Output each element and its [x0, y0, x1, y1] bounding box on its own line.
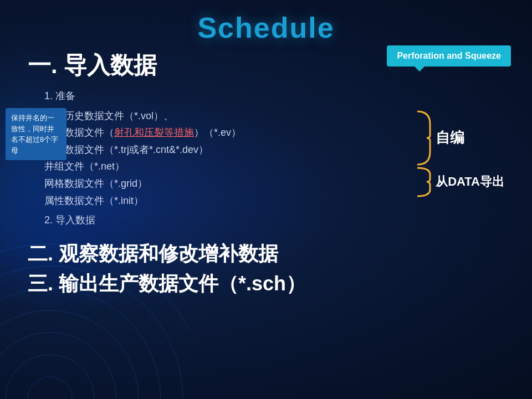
list-item: 措施数据文件（射孔和压裂等措施）（*.ev） — [44, 124, 409, 141]
brace-top-svg — [415, 110, 431, 166]
svg-point-3 — [0, 310, 139, 399]
section-bottom: 二. 观察数据和修改增补数据 三. 输出生产数据文件（*.sch） — [28, 239, 504, 299]
section-2-heading: 二. 观察数据和修改增补数据 — [28, 239, 504, 269]
svg-point-6 — [28, 377, 72, 399]
side-note-box: 保持井名的一致性，同时井名不超过8个字母 — [6, 108, 66, 160]
brace-group-top: 自编 — [415, 110, 464, 166]
brace-top-label: 自编 — [436, 128, 464, 147]
item-text: 井组文件（*.net） — [44, 161, 125, 172]
right-braces: 自编 从DATA导出 — [415, 108, 504, 197]
section-3-heading: 三. 输出生产数据文件（*.sch） — [28, 269, 504, 299]
items-list: 生产历史数据文件（*.vol）、 措施数据文件（射孔和压裂等措施）（*.ev） … — [28, 108, 409, 209]
list-item: 井组文件（*.net） — [44, 158, 409, 175]
list-item: 网格数据文件（*.grid） — [44, 175, 409, 192]
brace-group-bottom: 从DATA导出 — [415, 167, 504, 197]
list-item: 生产历史数据文件（*.vol）、 — [44, 108, 409, 125]
step2-label: 2. 导入数据 — [44, 212, 504, 229]
page-title: Schedule — [28, 11, 504, 44]
brace-bottom-label: 从DATA导出 — [436, 173, 504, 190]
item-text: 属性数据文件（*.init） — [44, 195, 144, 206]
list-item: 属性数据文件（*.init） — [44, 192, 409, 209]
step1-label: 1. 准备 — [44, 88, 504, 105]
svg-point-4 — [0, 332, 116, 399]
list-item: 井斜数据文件（*.trj或者*.cnt&*.dev） — [44, 141, 409, 158]
item-text: 井斜数据文件（*.trj或者*.cnt&*.dev） — [44, 144, 208, 155]
main-content-area: 生产历史数据文件（*.vol）、 措施数据文件（射孔和压裂等措施）（*.ev） … — [28, 108, 504, 209]
brace-bottom-svg — [415, 167, 431, 197]
item-highlight: 射孔和压裂等措施 — [114, 127, 194, 138]
item-text-after: ）（*.ev） — [194, 127, 241, 138]
item-text: 网格数据文件（*.grid） — [44, 178, 147, 189]
callout-bubble: Perforation and Squeeze — [387, 45, 511, 66]
